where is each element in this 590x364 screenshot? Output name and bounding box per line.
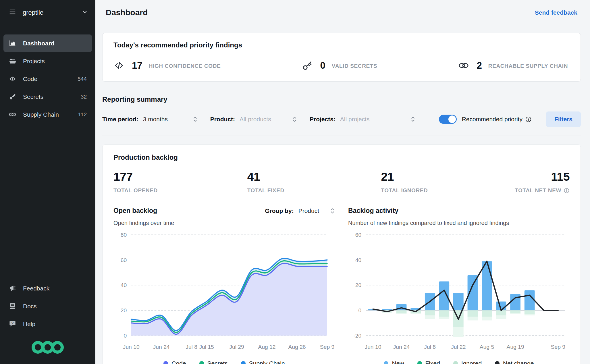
product-value: All products: [240, 116, 271, 123]
chevron-updown-icon: [292, 115, 297, 123]
sidebar-item-projects[interactable]: Projects: [3, 52, 92, 70]
legend-item: Supply Chain: [241, 360, 285, 364]
legend-item: Net change: [495, 360, 534, 364]
legend-label: Net change: [503, 360, 534, 364]
recommended-priority-label: Recommended priority: [462, 116, 522, 123]
svg-text:Jul 29: Jul 29: [229, 344, 244, 350]
stat-value: 21: [381, 170, 515, 184]
svg-text:Jun 24: Jun 24: [393, 344, 410, 350]
svg-text:-20: -20: [353, 333, 361, 339]
time-period-select[interactable]: 3 months: [143, 115, 198, 123]
stat-valid-secrets[interactable]: 0 VALID SECRETS: [302, 60, 377, 71]
send-feedback-link[interactable]: Send feedback: [535, 9, 577, 16]
svg-text:Jun 10: Jun 10: [365, 344, 381, 350]
stat-value: 2: [477, 60, 482, 71]
legend-label: Secrets: [207, 360, 228, 364]
legend-dot: [417, 361, 422, 364]
svg-text:60: 60: [121, 257, 127, 263]
svg-text:Aug 12: Aug 12: [258, 344, 276, 350]
app-window: greptile Dashboard Projects: [0, 0, 590, 364]
book-icon: [9, 302, 16, 310]
legend-dot: [384, 361, 388, 364]
svg-text:Sep 9: Sep 9: [551, 344, 565, 350]
sidebar-item-secrets[interactable]: Secrets 32: [3, 88, 92, 105]
help-icon: ?: [9, 320, 16, 328]
info-icon[interactable]: [525, 116, 532, 123]
chevron-updown-icon: [410, 115, 415, 123]
stat-reachable-supply-chain[interactable]: 2 REACHABLE SUPPLY CHAIN: [458, 60, 568, 71]
stat-label: HIGH CONFIDENCE CODE: [149, 63, 221, 69]
backlog-activity-chart: -200204060Jun 10Jun 24Jul 8Jul 22Aug 5Au…: [348, 229, 570, 358]
backlog-title: Production backlog: [113, 153, 570, 161]
page-title: Dashboard: [106, 8, 148, 17]
recommended-priority-group: Recommended priority Filters: [439, 111, 581, 127]
sidebar-item-code[interactable]: Code 544: [3, 70, 92, 88]
workspace-header[interactable]: greptile: [0, 0, 95, 25]
stat-label: TOTAL IGNORED: [381, 187, 515, 194]
backlog-activity-title: Backlog activity: [348, 207, 398, 215]
stat-high-confidence-code[interactable]: 17 HIGH CONFIDENCE CODE: [113, 60, 221, 71]
backlog-activity-legend: NewFixedIgnoredNet change: [348, 360, 570, 364]
content: Today's recommended priority findings 17…: [95, 25, 590, 364]
production-backlog-card: Production backlog 177 TOTAL OPENED 41 T…: [102, 145, 581, 364]
filters-button[interactable]: Filters: [546, 111, 581, 127]
sidebar-item-count: 32: [81, 94, 87, 100]
sidebar-item-help[interactable]: ? Help: [3, 315, 92, 333]
legend-item: Fixed: [417, 360, 440, 364]
sidebar-item-supply-chain[interactable]: Supply Chain 112: [3, 106, 92, 123]
svg-text:40: 40: [121, 282, 127, 288]
chevron-updown-icon: [330, 207, 335, 215]
stat-value: 115: [515, 170, 570, 184]
sidebar: greptile Dashboard Projects: [0, 0, 95, 364]
greptile-logo: [3, 333, 92, 364]
stat-label-text: TOTAL NET NEW: [515, 187, 561, 194]
priority-stats-row: 17 HIGH CONFIDENCE CODE 0 VALID SECRETS: [113, 60, 570, 71]
hamburger-menu-icon[interactable]: [9, 8, 16, 17]
sidebar-item-label: Help: [23, 321, 35, 328]
sidebar-item-feedback[interactable]: Feedback: [3, 280, 92, 297]
svg-text:Jul 15: Jul 15: [199, 344, 214, 350]
product-select[interactable]: All products: [240, 115, 297, 123]
sidebar-item-label: Projects: [23, 58, 45, 65]
stat-label: TOTAL NET NEW: [515, 187, 570, 194]
product-filter: Product: All products: [210, 115, 297, 123]
sidebar-item-label: Docs: [23, 303, 37, 310]
time-period-label: Time period:: [102, 116, 138, 123]
top-bar: Dashboard Send feedback: [95, 0, 590, 25]
group-by-control[interactable]: Group by: Product: [265, 207, 335, 215]
svg-text:Jul 22: Jul 22: [451, 344, 466, 350]
svg-text:Aug 26: Aug 26: [288, 344, 306, 350]
stat-total-fixed: 41 TOTAL FIXED: [247, 170, 381, 194]
legend-label: Code: [171, 360, 186, 364]
stat-total-net-new: 115 TOTAL NET NEW: [515, 170, 570, 194]
stat-total-opened: 177 TOTAL OPENED: [113, 170, 247, 194]
sidebar-item-docs[interactable]: Docs: [3, 297, 92, 315]
chevron-down-icon[interactable]: [82, 9, 88, 16]
recommended-priority-toggle[interactable]: [439, 115, 457, 124]
open-backlog-head: Open backlog Group by: Product: [113, 207, 335, 215]
stat-value: 177: [113, 170, 247, 184]
info-icon[interactable]: [564, 188, 570, 194]
sidebar-footer-nav: Feedback Docs ? Help: [0, 270, 95, 364]
legend-label: Ignored: [461, 360, 482, 364]
projects-select[interactable]: All projects: [340, 115, 415, 123]
stat-value: 0: [320, 60, 325, 71]
legend-label: Supply Chain: [249, 360, 285, 364]
chevron-updown-icon: [193, 115, 198, 123]
svg-text:0: 0: [124, 333, 127, 339]
legend-dot: [163, 361, 168, 364]
legend-dot: [241, 361, 246, 364]
priority-card-title: Today's recommended priority findings: [113, 41, 570, 49]
sidebar-item-count: 544: [78, 76, 87, 82]
open-backlog-chart: 020406080Jun 10Jun 24Jul 8Jul 15Jul 29Au…: [113, 229, 335, 358]
backlog-stats-row: 177 TOTAL OPENED 41 TOTAL FIXED 21 TOTAL…: [113, 170, 570, 194]
sidebar-item-label: Feedback: [23, 285, 49, 292]
sidebar-item-label: Supply Chain: [23, 111, 59, 118]
legend-dot: [199, 361, 204, 364]
megaphone-icon: [9, 284, 16, 292]
toggle-knob: [448, 115, 456, 123]
time-period-filter: Time period: 3 months: [102, 115, 198, 123]
chain-icon: [9, 111, 16, 118]
sidebar-item-dashboard[interactable]: Dashboard: [3, 34, 92, 52]
stat-value: 41: [247, 170, 381, 184]
